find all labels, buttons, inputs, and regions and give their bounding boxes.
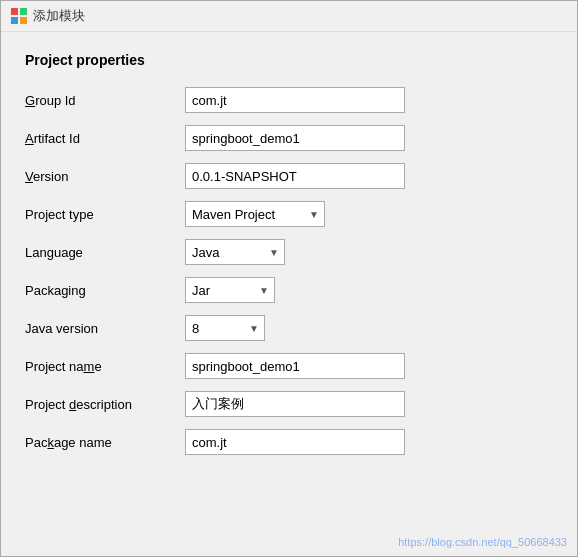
select-language[interactable]: Java Kotlin Groovy (185, 239, 285, 265)
input-artifact-id[interactable] (185, 125, 405, 151)
select-wrapper-packaging: Jar War ▼ (185, 277, 275, 303)
input-group-id[interactable] (185, 87, 405, 113)
svg-rect-3 (20, 17, 27, 24)
select-project-type[interactable]: Maven Project Gradle Project (185, 201, 325, 227)
label-package-name: Package name (25, 435, 185, 450)
label-packaging: Packaging (25, 283, 185, 298)
label-project-name: Project name (25, 359, 185, 374)
select-packaging[interactable]: Jar War (185, 277, 275, 303)
watermark: https://blog.csdn.net/qq_50668433 (398, 536, 567, 548)
select-java-version[interactable]: 8 11 17 (185, 315, 265, 341)
title-bar: 添加模块 (1, 1, 577, 32)
form-content: Project properties Group Id Artifact Id … (1, 32, 577, 486)
input-project-name[interactable] (185, 353, 405, 379)
input-version[interactable] (185, 163, 405, 189)
row-group-id: Group Id (25, 86, 553, 114)
window-icon (11, 8, 27, 24)
row-project-name: Project name (25, 352, 553, 380)
row-packaging: Packaging Jar War ▼ (25, 276, 553, 304)
label-version: Version (25, 169, 185, 184)
row-artifact-id: Artifact Id (25, 124, 553, 152)
row-package-name: Package name (25, 428, 553, 456)
label-java-version: Java version (25, 321, 185, 336)
svg-rect-1 (20, 8, 27, 15)
input-project-description[interactable] (185, 391, 405, 417)
svg-rect-0 (11, 8, 18, 15)
svg-rect-2 (11, 17, 18, 24)
content-wrapper: Project properties Group Id Artifact Id … (1, 32, 577, 556)
row-java-version: Java version 8 11 17 ▼ (25, 314, 553, 342)
label-group-id: Group Id (25, 93, 185, 108)
label-language: Language (25, 245, 185, 260)
row-version: Version (25, 162, 553, 190)
row-language: Language Java Kotlin Groovy ▼ (25, 238, 553, 266)
row-project-type: Project type Maven Project Gradle Projec… (25, 200, 553, 228)
select-wrapper-language: Java Kotlin Groovy ▼ (185, 239, 285, 265)
row-project-description: Project description (25, 390, 553, 418)
section-title: Project properties (25, 52, 553, 68)
main-window: 添加模块 Project properties Group Id Artifac… (0, 0, 578, 557)
label-artifact-id: Artifact Id (25, 131, 185, 146)
label-project-type: Project type (25, 207, 185, 222)
select-wrapper-java-version: 8 11 17 ▼ (185, 315, 265, 341)
select-wrapper-project-type: Maven Project Gradle Project ▼ (185, 201, 325, 227)
input-package-name[interactable] (185, 429, 405, 455)
window-title: 添加模块 (33, 7, 85, 25)
label-project-description: Project description (25, 397, 185, 412)
